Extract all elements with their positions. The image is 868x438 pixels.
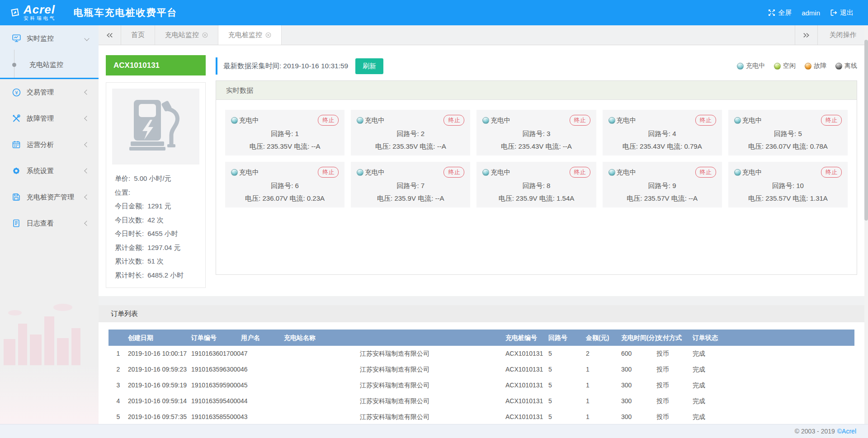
logout-button[interactable]: 退出 — [827, 7, 856, 19]
loop-card-7: 充电中终止 回路号: 7 电压: 235.9V 电流: --A — [351, 162, 470, 207]
stat-total-amount: 累计金额:1297.04 元 — [115, 241, 198, 255]
realtime-panel-title: 实时数据 — [216, 81, 857, 100]
loop-card-3: 充电中终止 回路号: 3 电压: 235.43V 电流: --A — [476, 110, 596, 155]
stop-button[interactable]: 终止 — [821, 115, 842, 126]
fullscreen-button[interactable]: 全屏 — [765, 7, 794, 19]
fullscreen-icon — [768, 9, 775, 16]
table-row: 4 2019-10-16 09:59:14 1910163595400044 江… — [108, 393, 854, 409]
tab-close-icon[interactable] — [202, 32, 208, 38]
tabs-scroll-right-button[interactable] — [795, 25, 817, 45]
sidebar-item-transaction[interactable]: ¥ 交易管理 — [0, 79, 99, 105]
loop-card-2: 充电中终止 回路号: 2 电压: 235.35V 电流: --A — [351, 110, 470, 155]
stop-button[interactable]: 终止 — [570, 167, 590, 178]
footer: © 2003 - 2019 ©Acrel — [0, 424, 868, 438]
status-ball-icon — [734, 169, 741, 176]
logo-subtext: 安科瑞电气 — [24, 15, 57, 22]
orders-table: 创建日期 订单编号 用户名 充电站名称 充电桩编号 回路号 金额(元) 充电时间… — [108, 330, 854, 424]
stat-today-count: 今日次数:42 次 — [115, 213, 198, 227]
save-disk-icon — [12, 193, 21, 202]
tab-label: 充电站监控 — [165, 31, 199, 39]
stop-button[interactable]: 终止 — [318, 115, 339, 126]
legend-charging: 充电中 — [737, 62, 765, 70]
stop-button[interactable]: 终止 — [695, 167, 716, 178]
tab-pile-monitor[interactable]: 充电桩监控 — [218, 25, 282, 45]
pile-icon-box — [112, 89, 199, 165]
sidebar-item-realtime-monitor[interactable]: 实时监控 — [0, 25, 99, 52]
sidebar-item-label: 日志查看 — [27, 219, 54, 228]
stat-today-amount: 今日金额:1291 元 — [115, 199, 198, 213]
chevron-left-icon — [84, 221, 89, 226]
loop-card-8: 充电中终止 回路号: 8 电压: 235.9V 电流: 1.54A — [476, 162, 596, 207]
status-ball-icon — [609, 117, 615, 124]
user-menu[interactable]: admin — [799, 7, 823, 19]
pile-stats: 单价:5.00 小时/元 位置: 今日金额:1291 元 今日次数:42 次 今… — [112, 165, 199, 283]
charging-status-icon — [737, 63, 744, 70]
tab-bar: 首页 充电站监控 充电桩监控 — [99, 25, 868, 45]
stop-button[interactable]: 终止 — [821, 167, 842, 178]
sidebar-item-label: 充电桩资产管理 — [27, 193, 74, 202]
sidebar-item-logs[interactable]: 日志查看 — [0, 210, 99, 236]
status-legend: 充电中 空闲 故障 离 — [737, 62, 857, 70]
sidebar-item-station-monitor[interactable]: 充电站监控 — [0, 52, 99, 78]
transaction-icon: ¥ — [12, 88, 21, 97]
collect-time-bar: 最新数据采集时间:2019-10-16 10:31:59 刷新 充电中 空闲 — [216, 55, 857, 77]
loop-card-9: 充电中终止 回路号: 9 电压: 235.57V 电流: --A — [603, 162, 722, 207]
refresh-button[interactable]: 刷新 — [355, 58, 383, 74]
tab-home[interactable]: 首页 — [121, 25, 155, 45]
footer-brand-link[interactable]: ©Acrel — [837, 428, 856, 435]
tab-close-icon[interactable] — [265, 32, 271, 38]
stat-location: 位置: — [115, 186, 198, 200]
status-ball-icon — [357, 169, 363, 176]
collect-time-text: 最新数据采集时间:2019-10-16 10:31:59 — [223, 61, 348, 71]
legend-offline: 离线 — [835, 62, 857, 70]
gear-icon — [12, 166, 21, 175]
legend-idle: 空闲 — [774, 62, 796, 70]
scrollbar-thumb[interactable] — [864, 40, 868, 221]
chevron-down-icon — [84, 36, 89, 41]
double-chevron-right-icon — [803, 33, 810, 38]
sidebar-item-settings[interactable]: 系统设置 — [0, 158, 99, 184]
status-ball-icon — [482, 169, 489, 176]
app-header: Acrel 安科瑞电气 电瓶车充电桩收费平台 全屏 admin 退出 — [0, 0, 868, 25]
orders-table-header: 创建日期 订单编号 用户名 充电站名称 充电桩编号 回路号 金额(元) 充电时间… — [108, 330, 854, 346]
table-row: 2 2019-10-16 09:59:23 1910163596300046 江… — [108, 362, 854, 377]
stat-unit-price: 单价:5.00 小时/元 — [115, 172, 198, 186]
stop-button[interactable]: 终止 — [695, 115, 716, 126]
table-row: 3 2019-10-16 09:59:19 1910163595900045 江… — [108, 377, 854, 393]
username: admin — [802, 9, 820, 17]
status-ball-icon — [734, 117, 741, 124]
double-chevron-left-icon — [106, 33, 113, 38]
stop-button[interactable]: 终止 — [443, 167, 464, 178]
chevron-left-icon — [84, 89, 89, 94]
sidebar-item-assets[interactable]: 充电桩资产管理 — [0, 184, 99, 210]
pile-info-panel: ACX1010131 — [106, 55, 206, 288]
fullscreen-label: 全屏 — [778, 9, 792, 17]
loop-card-1: 充电中终止 回路号: 1 电压: 235.35V 电流: --A — [225, 110, 344, 155]
stat-total-duration: 累计时长:6485.2 小时 — [115, 268, 198, 283]
sidebar-subitem-label: 充电站监控 — [29, 61, 63, 69]
stop-button[interactable]: 终止 — [570, 115, 590, 126]
sidebar-item-analysis[interactable]: 运营分析 — [0, 132, 99, 158]
close-operations-button[interactable]: 关闭操作 — [817, 25, 868, 45]
tab-label: 充电桩监控 — [228, 31, 262, 39]
accent-bar — [216, 57, 217, 75]
calendar-icon — [12, 140, 21, 149]
status-ball-icon — [357, 117, 363, 124]
vertical-scrollbar[interactable] — [864, 25, 868, 424]
page-title: 电瓶车充电桩收费平台 — [74, 6, 178, 19]
charging-pile-icon — [129, 99, 183, 154]
chevron-left-icon — [84, 142, 89, 147]
sidebar-item-fault[interactable]: 故障管理 — [0, 105, 99, 132]
chevron-left-icon — [84, 194, 89, 199]
orders-section: 订单列表 创建日期 订单编号 用户名 充电站名称 充电桩编号 回路号 金额(元)… — [99, 305, 868, 424]
stop-button[interactable]: 终止 — [443, 115, 464, 126]
stop-button[interactable]: 终止 — [318, 167, 339, 178]
status-ball-icon — [482, 117, 489, 124]
log-document-icon — [12, 219, 21, 228]
svg-text:¥: ¥ — [15, 89, 18, 95]
table-row: 5 2019-10-16 09:57:35 1910163585500043 江… — [108, 409, 854, 424]
stat-today-duration: 今日时长:6455 小时 — [115, 227, 198, 241]
sidebar-item-label: 实时监控 — [27, 34, 54, 43]
tab-station-monitor[interactable]: 充电站监控 — [155, 25, 218, 45]
tabs-scroll-left-button[interactable] — [99, 25, 121, 45]
